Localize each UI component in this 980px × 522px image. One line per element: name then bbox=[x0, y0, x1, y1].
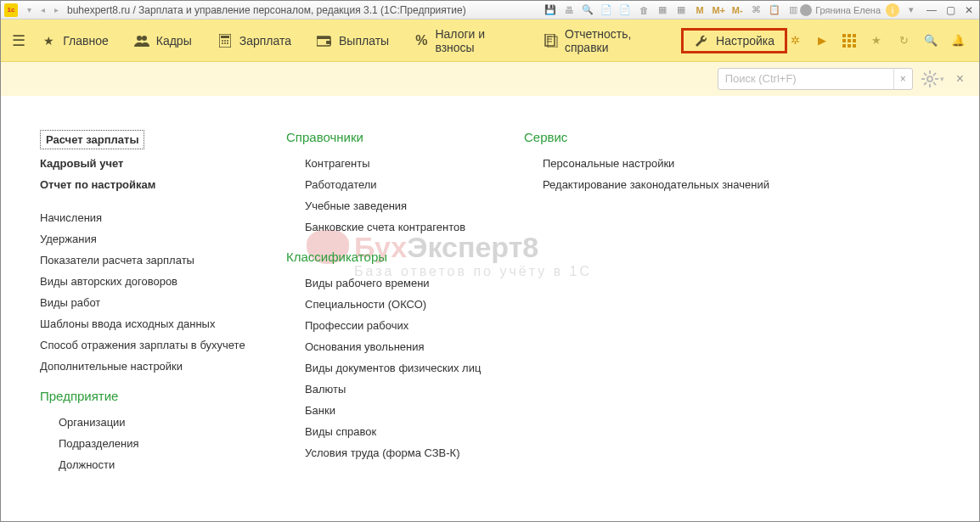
trash-icon[interactable]: 🗑 bbox=[637, 3, 651, 17]
link-pokazateli[interactable]: Показатели расчета зарплаты bbox=[40, 250, 261, 271]
print-icon[interactable]: 🖶 bbox=[562, 3, 576, 17]
nav-nalogi[interactable]: % Налоги и взносы bbox=[403, 22, 531, 59]
svg-line-26 bbox=[933, 73, 936, 76]
zoom-icon[interactable]: 🔍 bbox=[581, 3, 594, 17]
calendar-icon[interactable]: ▦ bbox=[674, 3, 688, 17]
link-sposob[interactable]: Способ отражения зарплаты в бухучете bbox=[40, 334, 261, 356]
link-raschet-zarplaty[interactable]: Расчет зарплаты bbox=[40, 130, 144, 149]
link-nachisleniya[interactable]: Начисления bbox=[40, 207, 261, 228]
svg-rect-12 bbox=[326, 41, 331, 44]
nav-fwd-icon[interactable]: ▸ bbox=[50, 4, 62, 16]
help-icon[interactable]: i bbox=[886, 3, 899, 17]
group-predpriyatie: Предприятие bbox=[40, 389, 261, 403]
app-logo-icon: 1c bbox=[4, 3, 18, 17]
link-vidy-dok[interactable]: Виды документов физических лиц bbox=[286, 357, 498, 379]
report-icon bbox=[544, 34, 558, 48]
search-clear-icon[interactable]: × bbox=[893, 69, 912, 89]
doc2-icon[interactable]: 📄 bbox=[618, 3, 632, 17]
group-spravochniki: Справочники bbox=[286, 130, 498, 144]
search-box: × bbox=[718, 68, 913, 90]
search-input[interactable] bbox=[718, 72, 893, 85]
nav-nastroika[interactable]: Настройка bbox=[681, 28, 787, 53]
svg-line-23 bbox=[924, 73, 926, 76]
link-organizatsii[interactable]: Организации bbox=[40, 412, 261, 433]
help-dd-icon[interactable]: ▾ bbox=[904, 3, 918, 17]
nav-vyplaty[interactable]: Выплаты bbox=[305, 29, 401, 53]
history-icon[interactable]: ↻ bbox=[896, 33, 911, 48]
main-navbar: ☰ ★ Главное Кадры Зарплата Выплаты % Нал… bbox=[1, 20, 979, 62]
link-valyuty[interactable]: Валюты bbox=[286, 379, 498, 400]
link-uchebnye[interactable]: Учебные заведения bbox=[286, 195, 498, 216]
window-close-icon[interactable]: ✕ bbox=[962, 3, 976, 17]
link-bank-scheta[interactable]: Банковские счета контрагентов bbox=[286, 216, 498, 238]
link-spec[interactable]: Специальности (ОКСО) bbox=[286, 294, 498, 315]
bell-icon[interactable]: 🔔 bbox=[950, 33, 966, 48]
svg-point-7 bbox=[222, 42, 223, 44]
close-panel-icon[interactable]: × bbox=[953, 71, 967, 87]
memory-mminus[interactable]: M- bbox=[730, 3, 744, 17]
link-kadrovyi-uchet[interactable]: Кадровый учет bbox=[40, 153, 261, 174]
tool-icon[interactable]: ▥ bbox=[786, 3, 800, 17]
window-minimize-icon[interactable]: — bbox=[925, 3, 938, 17]
apps-grid-icon[interactable] bbox=[842, 33, 857, 48]
svg-point-4 bbox=[222, 40, 223, 42]
nav-kadry[interactable]: Кадры bbox=[122, 29, 204, 53]
link-icon[interactable]: ⌘ bbox=[749, 3, 763, 17]
star-icon: ★ bbox=[41, 34, 56, 48]
dropdown-icon[interactable]: ▾ bbox=[23, 4, 35, 16]
link-redaktirovanie[interactable]: Редактирование законодательных значений bbox=[524, 174, 796, 195]
arrow-icon[interactable]: ▶ bbox=[814, 33, 830, 48]
group-servis: Сервис bbox=[524, 130, 796, 144]
svg-point-9 bbox=[227, 42, 228, 44]
memory-m[interactable]: M bbox=[693, 3, 707, 17]
link-vidy-sprav[interactable]: Виды справок bbox=[286, 421, 498, 442]
search-nav-icon[interactable]: 🔍 bbox=[923, 33, 938, 48]
settings-gear-button[interactable]: ▾ bbox=[921, 70, 944, 87]
burger-icon[interactable]: ☰ bbox=[8, 31, 29, 50]
wrench-icon bbox=[694, 34, 709, 48]
sub-toolbar: × ▾ × bbox=[1, 62, 979, 96]
memory-mplus[interactable]: M+ bbox=[712, 3, 725, 17]
svg-point-5 bbox=[224, 40, 226, 42]
svg-line-24 bbox=[933, 82, 936, 85]
doc1-icon[interactable]: 📄 bbox=[600, 3, 613, 17]
save-icon[interactable]: 💾 bbox=[544, 3, 557, 17]
link-uderzhaniya[interactable]: Удержания bbox=[40, 228, 261, 250]
clip-icon[interactable]: 📋 bbox=[768, 3, 781, 17]
user-badge[interactable]: Грянина Елена bbox=[800, 4, 881, 16]
link-kontragenty[interactable]: Контрагенты bbox=[286, 153, 498, 174]
link-prof[interactable]: Профессии рабочих bbox=[286, 315, 498, 336]
link-usloviya[interactable]: Условия труда (форма СЗВ-К) bbox=[286, 442, 498, 463]
calc-icon[interactable]: ▦ bbox=[656, 3, 669, 17]
nav-back-icon[interactable]: ◂ bbox=[37, 4, 48, 16]
link-podrazdeleniya[interactable]: Подразделения bbox=[40, 433, 261, 454]
link-osnov[interactable]: Основания увольнения bbox=[286, 336, 498, 357]
nav-otchet[interactable]: Отчетность, справки bbox=[532, 22, 679, 59]
user-name: Грянина Елена bbox=[815, 5, 881, 15]
link-rabotodateli[interactable]: Работодатели bbox=[286, 174, 498, 195]
column-3: Сервис Персональные настройки Редактиров… bbox=[524, 130, 796, 475]
content-area: Бух Эксперт8 База ответов по учёту в 1С … bbox=[1, 96, 979, 522]
link-avtorskie[interactable]: Виды авторских договоров bbox=[40, 271, 261, 292]
link-otchet-nastroikam[interactable]: Отчет по настройкам bbox=[40, 174, 261, 195]
svg-point-0 bbox=[137, 36, 142, 41]
nav-zarplata[interactable]: Зарплата bbox=[206, 29, 303, 53]
link-dolzhnosti[interactable]: Должности bbox=[40, 454, 261, 475]
nav-main[interactable]: ★ Главное bbox=[29, 29, 121, 53]
favorite-icon[interactable]: ★ bbox=[869, 33, 884, 48]
svg-point-8 bbox=[224, 42, 226, 44]
link-vidy-rv[interactable]: Виды рабочего времени bbox=[286, 272, 498, 294]
titlebar: 1c ▾ ◂ ▸ buhexpert8.ru / Зарплата и упра… bbox=[1, 1, 979, 20]
link-banki[interactable]: Банки bbox=[286, 400, 498, 421]
window-title: buhexpert8.ru / Зарплата и управление пе… bbox=[67, 4, 466, 16]
calculator-icon bbox=[217, 34, 233, 48]
sun-icon[interactable]: ✲ bbox=[787, 33, 803, 48]
link-dop[interactable]: Дополнительные настройки bbox=[40, 356, 261, 377]
window-restore-icon[interactable]: ▢ bbox=[943, 3, 957, 17]
link-pers-nastroiki[interactable]: Персональные настройки bbox=[524, 153, 796, 174]
svg-line-25 bbox=[924, 82, 926, 85]
svg-rect-3 bbox=[221, 36, 229, 38]
link-shablony[interactable]: Шаблоны ввода исходных данных bbox=[40, 313, 261, 334]
svg-point-18 bbox=[927, 76, 932, 81]
link-vidy-rabot[interactable]: Виды работ bbox=[40, 292, 261, 313]
